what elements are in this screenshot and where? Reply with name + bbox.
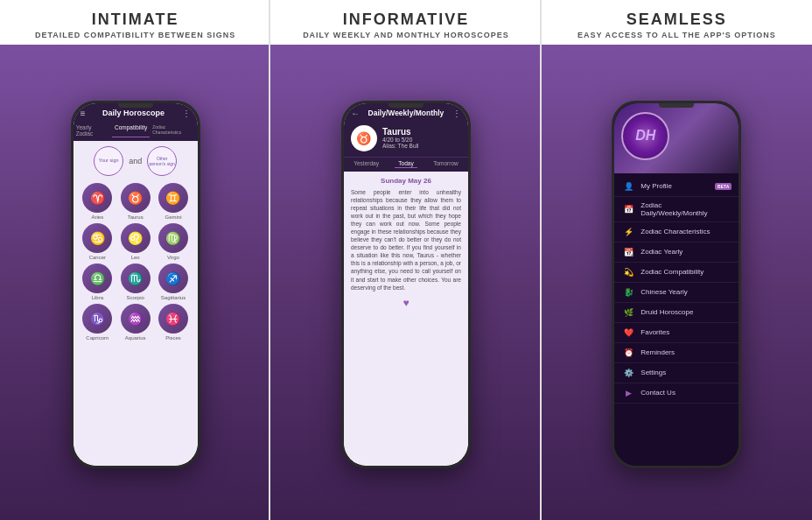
- zodiac-item-taurus[interactable]: ♉ Taurus: [118, 183, 152, 220]
- compat-body: Your sign and Other person's sign ♈ Arie…: [74, 141, 198, 466]
- menu-item-icon-0: 👤: [623, 181, 634, 192]
- horoscope-app-title: Daily/Weekly/Monthly: [368, 109, 444, 117]
- menu-item-my-profile[interactable]: 👤 My Profile BETA: [614, 177, 738, 197]
- menu-item-icon-3: 📆: [623, 247, 634, 257]
- tab-characteristics[interactable]: Zodiac Characteristics: [150, 123, 197, 137]
- zodiac-item-aries[interactable]: ♈ Aries: [80, 183, 115, 220]
- horoscope-date-title: Sunday May 26: [351, 177, 461, 185]
- zodiac-name-pisces: Pisces: [165, 335, 181, 341]
- zodiac-name-aquarius: Aquarius: [125, 335, 146, 341]
- horoscope-more-icon[interactable]: ⋮: [452, 109, 461, 118]
- tab-compatibility[interactable]: Compatibility: [112, 123, 150, 137]
- menu-item-label-3: Zodiac Yearly: [640, 248, 682, 256]
- heart-icon[interactable]: ♥: [351, 297, 461, 309]
- zodiac-item-cancer[interactable]: ♋ Cancer: [80, 223, 115, 260]
- horoscope-sign-row: ♉ Taurus 4/20 to 5/20 Alias: The Bull: [344, 122, 468, 157]
- sign-dates: 4/20 to 5/20: [382, 137, 418, 143]
- zodiac-name-virgo: Virgo: [167, 255, 179, 260]
- zodiac-name-gemini: Gemini: [164, 214, 181, 220]
- informative-phone: ← Daily/Weekly/Monthly ⋮ ♉ Taurus 4/20 t…: [341, 101, 471, 468]
- menu-item-chinese-yearly[interactable]: 🐉 Chinese Yearly: [614, 283, 738, 303]
- menu-item-contact-us[interactable]: ▶ Contact Us: [614, 383, 738, 404]
- panel-informative-header: INFORMATIVE DAILY WEEKLY AND MONTHLY HOR…: [270, 0, 541, 45]
- intimate-phone-container: ≡ Daily Horoscope ⋮ Yearly Zodiac Compat…: [0, 45, 270, 520]
- menu-item-label-6: Druid Horoscope: [640, 308, 693, 316]
- menu-item-label-5: Chinese Yearly: [640, 288, 687, 296]
- seamless-screen: DH 👤 My Profile BETA 📅 Zodiac Daily/Week…: [614, 103, 738, 466]
- other-sign-circle[interactable]: Other person's sign: [147, 146, 177, 176]
- menu-items: 👤 My Profile BETA 📅 Zodiac Daily/Weekly/…: [614, 173, 738, 466]
- seamless-phone: DH 👤 My Profile BETA 📅 Zodiac Daily/Week…: [612, 101, 741, 468]
- dh-logo-text: DH: [635, 128, 655, 144]
- informative-title: INFORMATIVE: [277, 11, 534, 29]
- and-separator: and: [129, 157, 142, 165]
- tab-tomorrow[interactable]: Tomorrow: [430, 159, 462, 168]
- sign-image: ♉: [351, 125, 377, 151]
- zodiac-name-taurus: Taurus: [128, 214, 144, 220]
- menu-item-icon-2: ⚡: [623, 227, 634, 237]
- zodiac-circle-aquarius: ♒: [121, 304, 150, 334]
- menu-item-druid-horoscope[interactable]: 🌿 Druid Horoscope: [614, 303, 738, 323]
- zodiac-name-leo: Leo: [131, 255, 140, 260]
- zodiac-circle-pisces: ♓: [158, 304, 188, 334]
- menu-item-zodiac-yearly[interactable]: 📆 Zodiac Yearly: [614, 242, 738, 263]
- sign-name: Taurus: [382, 127, 418, 137]
- menu-item-icon-10: ▶: [623, 388, 634, 398]
- menu-item-label-8: Reminders: [640, 348, 675, 356]
- dh-logo: DH: [621, 112, 669, 160]
- zodiac-circle-sagittarius: ♐: [158, 264, 188, 293]
- menu-item-icon-9: ⚙️: [623, 368, 634, 378]
- zodiac-name-cancer: Cancer: [89, 255, 106, 260]
- menu-item-icon-7: ❤️: [623, 327, 634, 338]
- menu-item-label-9: Settings: [640, 369, 666, 376]
- intimate-phone: ≡ Daily Horoscope ⋮ Yearly Zodiac Compat…: [71, 101, 200, 468]
- menu-item-zodiac-compatibility[interactable]: 💫 Zodiac Compatibility: [614, 263, 738, 283]
- menu-item-label-0: My Profile: [640, 182, 672, 190]
- zodiac-circle-aries: ♈: [82, 183, 112, 213]
- zodiac-item-gemini[interactable]: ♊ Gemini: [156, 183, 190, 220]
- zodiac-circle-leo: ♌: [121, 223, 150, 253]
- zodiac-item-aquarius[interactable]: ♒ Aquarius: [118, 304, 152, 341]
- menu-item-label-10: Contact Us: [640, 389, 676, 397]
- back-icon[interactable]: ←: [351, 109, 360, 118]
- horoscope-text: Some people enter into unhealthy relatio…: [351, 188, 461, 292]
- zodiac-name-scorpio: Scorpio: [126, 295, 144, 300]
- seamless-title: SEAMLESS: [549, 11, 805, 29]
- intimate-title: INTIMATE: [7, 11, 263, 29]
- zodiac-item-libra[interactable]: ♎ Libra: [80, 264, 115, 300]
- menu-item-zodiac-dailyweeklymonthly[interactable]: 📅 Zodiac Daily/Weekly/Monthly: [614, 197, 738, 222]
- zodiac-item-capricorn[interactable]: ♑ Capricorn: [80, 304, 115, 341]
- compat-tabs: Yearly Zodiac Compatibility Zodiac Chara…: [74, 122, 198, 141]
- zodiac-name-sagittarius: Sagittarius: [161, 295, 186, 300]
- more-icon[interactable]: ⋮: [182, 109, 191, 118]
- zodiac-item-sagittarius[interactable]: ♐ Sagittarius: [156, 264, 190, 300]
- seamless-subtitle: EASY ACCESS TO ALL THE APP'S OPTIONS: [549, 31, 805, 39]
- zodiac-item-leo[interactable]: ♌ Leo: [118, 223, 152, 260]
- tab-yearly[interactable]: Yearly Zodiac: [74, 123, 112, 137]
- tab-yesterday[interactable]: Yesterday: [350, 159, 382, 168]
- menu-item-label-4: Zodiac Compatibility: [640, 268, 704, 276]
- horoscope-header: ← Daily/Weekly/Monthly ⋮: [344, 103, 468, 122]
- horoscope-body: Sunday May 26 Some people enter into unh…: [344, 172, 468, 466]
- sign-alias: Alias: The Bull: [382, 143, 418, 149]
- menu-item-label-2: Zodiac Characteristics: [640, 228, 710, 235]
- informative-screen: ← Daily/Weekly/Monthly ⋮ ♉ Taurus 4/20 t…: [344, 103, 468, 466]
- panel-intimate: INTIMATE DETAILED COMPATIBILITY BETWEEN …: [0, 0, 270, 520]
- tab-today[interactable]: Today: [395, 159, 416, 168]
- menu-item-label-7: Favorites: [640, 328, 669, 336]
- menu-item-icon-1: 📅: [623, 204, 634, 214]
- seamless-phone-container: DH 👤 My Profile BETA 📅 Zodiac Daily/Week…: [542, 45, 812, 520]
- your-sign-circle[interactable]: Your sign: [94, 146, 123, 176]
- menu-item-settings[interactable]: ⚙️ Settings: [614, 363, 738, 383]
- zodiac-circle-scorpio: ♏: [121, 264, 150, 293]
- menu-item-label-1: Zodiac Daily/Weekly/Monthly: [640, 201, 730, 217]
- zodiac-item-pisces[interactable]: ♓ Pisces: [156, 304, 190, 341]
- sign-info: Taurus 4/20 to 5/20 Alias: The Bull: [382, 127, 418, 149]
- zodiac-item-virgo[interactable]: ♍ Virgo: [156, 223, 190, 260]
- menu-item-favorites[interactable]: ❤️ Favorites: [614, 323, 738, 343]
- menu-item-zodiac-characteristics[interactable]: ⚡ Zodiac Characteristics: [614, 222, 738, 242]
- zodiac-item-scorpio[interactable]: ♏ Scorpio: [118, 264, 152, 300]
- date-tabs: Yesterday Today Tomorrow: [344, 157, 468, 172]
- menu-item-reminders[interactable]: ⏰ Reminders: [614, 343, 738, 363]
- menu-item-icon-6: 🌿: [623, 307, 634, 318]
